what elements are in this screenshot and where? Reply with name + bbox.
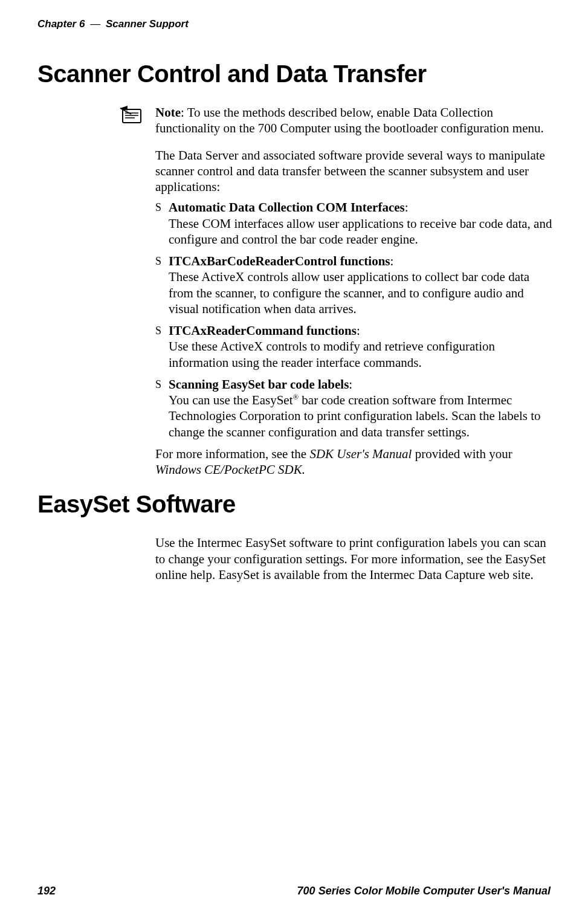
feature-title: Scanning EasySet bar code labels (169, 377, 349, 392)
colon: : (390, 254, 394, 268)
note-text: : To use the methods described below, en… (155, 105, 544, 135)
feature-body: These COM interfaces allow user applicat… (169, 216, 552, 247)
registered-mark: ® (293, 393, 299, 401)
list-item: Automatic Data Collection COM Interfaces… (155, 199, 554, 247)
closing-italic-1: SDK User's Manual (309, 447, 412, 461)
colon: : (349, 377, 352, 392)
note-icon (119, 105, 146, 125)
intro-paragraph: The Data Server and associated software … (155, 147, 554, 195)
page-footer: 192 700 Series Color Mobile Computer Use… (37, 885, 551, 897)
colon: : (405, 200, 409, 215)
page-number: 192 (37, 885, 56, 897)
chapter-number: Chapter 6 (37, 18, 85, 30)
page: Chapter 6 — Scanner Support Scanner Cont… (0, 0, 588, 918)
header-dash: — (90, 18, 100, 30)
closing-italic-2: Windows CE/PocketPC SDK. (155, 462, 305, 477)
feature-title: ITCAxReaderCommand functions (169, 323, 357, 338)
note-paragraph: Note: To use the methods described below… (155, 105, 554, 137)
running-header: Chapter 6 — Scanner Support (37, 18, 551, 30)
feature-body-pre: You can use the EasySet (169, 393, 293, 407)
closing-pre: For more information, see the (155, 447, 309, 461)
closing-mid: provided with your (412, 447, 512, 461)
feature-body: These ActiveX controls allow user applic… (169, 270, 529, 316)
note-block: Note: To use the methods described below… (155, 105, 554, 137)
manual-title: 700 Series Color Mobile Computer User's … (297, 885, 551, 897)
feature-list: Automatic Data Collection COM Interfaces… (155, 199, 554, 440)
list-item: Scanning EasySet bar code labels: You ca… (155, 377, 554, 440)
content-column: Note: To use the methods described below… (155, 105, 554, 477)
chapter-title: Scanner Support (106, 18, 189, 30)
section-heading-easyset: EasySet Software (37, 491, 551, 518)
list-item: ITCAxBarCodeReaderControl functions: The… (155, 253, 554, 317)
feature-title: ITCAxBarCodeReaderControl functions (169, 254, 390, 268)
closing-paragraph: For more information, see the SDK User's… (155, 446, 554, 478)
easyset-paragraph: Use the Intermec EasySet software to pri… (155, 535, 554, 583)
section-heading-scanner-control: Scanner Control and Data Transfer (37, 60, 551, 88)
content-column-easyset: Use the Intermec EasySet software to pri… (155, 535, 554, 583)
note-label: Note (155, 105, 181, 120)
feature-title: Automatic Data Collection COM Interfaces (169, 200, 405, 215)
colon: : (357, 323, 360, 338)
feature-body: Use these ActiveX controls to modify and… (169, 339, 495, 369)
list-item: ITCAxReaderCommand functions: Use these … (155, 323, 554, 370)
